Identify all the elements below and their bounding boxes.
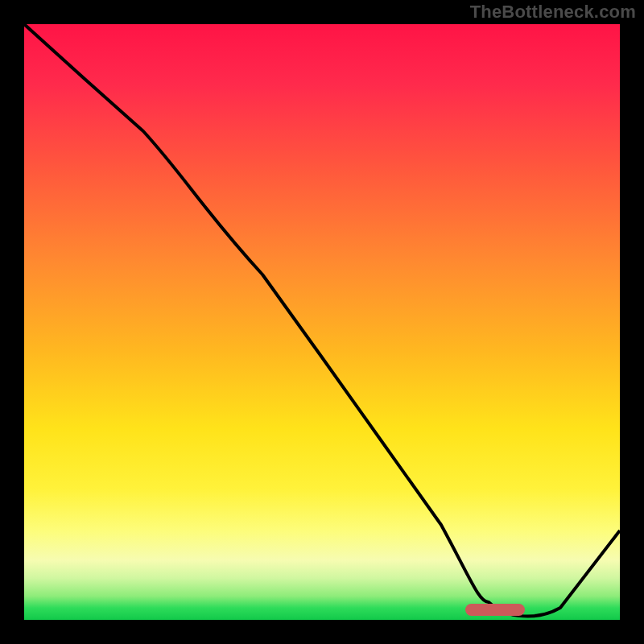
chart-frame: TheBottleneck.com [0,0,644,644]
bottleneck-curve [24,24,620,620]
watermark-text: TheBottleneck.com [470,2,636,23]
plot-area [24,24,620,620]
optimum-range-marker [465,604,525,616]
curve-path [24,24,620,616]
